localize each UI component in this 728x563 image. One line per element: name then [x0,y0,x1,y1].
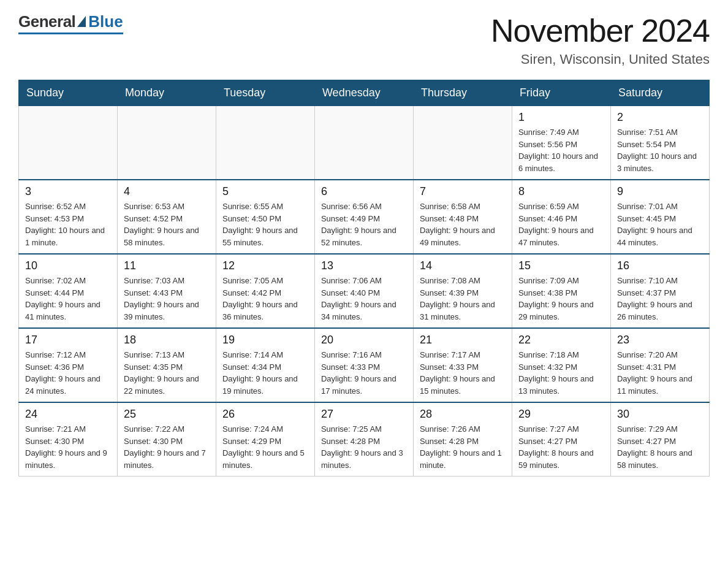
day-info: Sunrise: 7:27 AMSunset: 4:27 PMDaylight:… [518,423,604,471]
day-info: Sunrise: 7:21 AMSunset: 4:30 PMDaylight:… [25,423,111,471]
calendar-cell: 15Sunrise: 7:09 AMSunset: 4:38 PMDayligh… [512,254,610,328]
title-area: November 2024 Siren, Wisconsin, United S… [491,12,710,67]
logo-triangle-icon [77,16,86,27]
day-number: 7 [420,185,506,198]
day-info: Sunrise: 7:12 AMSunset: 4:36 PMDaylight:… [25,349,111,397]
day-number: 8 [518,185,604,198]
day-info: Sunrise: 6:59 AMSunset: 4:46 PMDaylight:… [518,201,604,248]
day-number: 20 [321,334,407,347]
day-number: 6 [321,185,407,198]
calendar-cell: 1Sunrise: 7:49 AMSunset: 5:56 PMDaylight… [512,106,610,180]
logo-blue-text: Blue [88,12,123,31]
calendar-cell: 22Sunrise: 7:18 AMSunset: 4:32 PMDayligh… [512,328,610,402]
day-number: 10 [25,259,111,272]
calendar-cell: 21Sunrise: 7:17 AMSunset: 4:33 PMDayligh… [413,328,512,402]
day-number: 9 [617,185,703,198]
day-number: 26 [222,408,308,421]
day-number: 22 [518,334,604,347]
calendar-cell: 6Sunrise: 6:56 AMSunset: 4:49 PMDaylight… [314,180,413,254]
day-number: 28 [420,408,506,421]
calendar-cell: 13Sunrise: 7:06 AMSunset: 4:40 PMDayligh… [314,254,413,328]
day-number: 13 [321,259,407,272]
day-info: Sunrise: 7:05 AMSunset: 4:42 PMDaylight:… [222,275,308,323]
calendar-cell: 17Sunrise: 7:12 AMSunset: 4:36 PMDayligh… [19,328,118,402]
day-number: 25 [124,408,210,421]
calendar-week-row: 24Sunrise: 7:21 AMSunset: 4:30 PMDayligh… [19,402,710,477]
calendar-cell: 9Sunrise: 7:01 AMSunset: 4:45 PMDaylight… [610,180,709,254]
month-year-title: November 2024 [491,12,710,49]
calendar-cell: 26Sunrise: 7:24 AMSunset: 4:29 PMDayligh… [216,402,314,477]
calendar-cell: 29Sunrise: 7:27 AMSunset: 4:27 PMDayligh… [512,402,610,477]
weekday-header-tuesday: Tuesday [216,80,314,106]
logo-general-text: General [18,12,75,31]
calendar-cell: 5Sunrise: 6:55 AMSunset: 4:50 PMDaylight… [216,180,314,254]
calendar-cell: 27Sunrise: 7:25 AMSunset: 4:28 PMDayligh… [314,402,413,477]
day-info: Sunrise: 7:13 AMSunset: 4:35 PMDaylight:… [124,349,210,397]
weekday-header-row: SundayMondayTuesdayWednesdayThursdayFrid… [19,80,710,106]
day-info: Sunrise: 7:08 AMSunset: 4:39 PMDaylight:… [420,275,506,323]
day-info: Sunrise: 7:18 AMSunset: 4:32 PMDaylight:… [518,349,604,397]
day-number: 18 [124,334,210,347]
calendar-cell: 11Sunrise: 7:03 AMSunset: 4:43 PMDayligh… [117,254,216,328]
calendar-cell: 16Sunrise: 7:10 AMSunset: 4:37 PMDayligh… [610,254,709,328]
day-info: Sunrise: 7:01 AMSunset: 4:45 PMDaylight:… [617,201,703,248]
day-info: Sunrise: 7:09 AMSunset: 4:38 PMDaylight:… [518,275,604,323]
day-number: 23 [617,334,703,347]
day-info: Sunrise: 7:02 AMSunset: 4:44 PMDaylight:… [25,275,111,323]
day-info: Sunrise: 7:22 AMSunset: 4:30 PMDaylight:… [124,423,210,471]
calendar-cell [314,106,413,180]
day-number: 16 [617,259,703,272]
day-info: Sunrise: 6:53 AMSunset: 4:52 PMDaylight:… [124,201,210,248]
day-number: 11 [124,259,210,272]
calendar-week-row: 10Sunrise: 7:02 AMSunset: 4:44 PMDayligh… [19,254,710,328]
calendar-cell: 8Sunrise: 6:59 AMSunset: 4:46 PMDaylight… [512,180,610,254]
calendar-cell: 30Sunrise: 7:29 AMSunset: 4:27 PMDayligh… [610,402,709,477]
day-info: Sunrise: 7:26 AMSunset: 4:28 PMDaylight:… [420,423,506,471]
day-number: 29 [518,408,604,421]
weekday-header-sunday: Sunday [19,80,118,106]
calendar-cell: 14Sunrise: 7:08 AMSunset: 4:39 PMDayligh… [413,254,512,328]
calendar-week-row: 17Sunrise: 7:12 AMSunset: 4:36 PMDayligh… [19,328,710,402]
day-info: Sunrise: 6:56 AMSunset: 4:49 PMDaylight:… [321,201,407,248]
day-number: 27 [321,408,407,421]
day-number: 14 [420,259,506,272]
day-number: 3 [25,185,111,198]
calendar-cell: 10Sunrise: 7:02 AMSunset: 4:44 PMDayligh… [19,254,118,328]
calendar-cell [216,106,314,180]
day-info: Sunrise: 7:49 AMSunset: 5:56 PMDaylight:… [518,126,604,174]
page-header: General Blue November 2024 Siren, Wiscon… [18,12,710,67]
calendar-cell [117,106,216,180]
day-info: Sunrise: 7:20 AMSunset: 4:31 PMDaylight:… [617,349,703,397]
location-title: Siren, Wisconsin, United States [491,52,710,67]
calendar-cell: 19Sunrise: 7:14 AMSunset: 4:34 PMDayligh… [216,328,314,402]
weekday-header-friday: Friday [512,80,610,106]
day-info: Sunrise: 7:17 AMSunset: 4:33 PMDaylight:… [420,349,506,397]
day-number: 2 [617,111,703,124]
calendar-cell [413,106,512,180]
weekday-header-thursday: Thursday [413,80,512,106]
calendar-table: SundayMondayTuesdayWednesdayThursdayFrid… [18,80,710,477]
weekday-header-saturday: Saturday [610,80,709,106]
calendar-week-row: 3Sunrise: 6:52 AMSunset: 4:53 PMDaylight… [19,180,710,254]
day-info: Sunrise: 7:16 AMSunset: 4:33 PMDaylight:… [321,349,407,397]
day-info: Sunrise: 7:10 AMSunset: 4:37 PMDaylight:… [617,275,703,323]
calendar-cell: 24Sunrise: 7:21 AMSunset: 4:30 PMDayligh… [19,402,118,477]
day-number: 4 [124,185,210,198]
calendar-cell: 2Sunrise: 7:51 AMSunset: 5:54 PMDaylight… [610,106,709,180]
day-number: 17 [25,334,111,347]
day-info: Sunrise: 7:06 AMSunset: 4:40 PMDaylight:… [321,275,407,323]
day-number: 30 [617,408,703,421]
calendar-cell: 4Sunrise: 6:53 AMSunset: 4:52 PMDaylight… [117,180,216,254]
day-number: 24 [25,408,111,421]
logo-underline [18,33,123,34]
weekday-header-wednesday: Wednesday [314,80,413,106]
calendar-cell: 7Sunrise: 6:58 AMSunset: 4:48 PMDaylight… [413,180,512,254]
day-info: Sunrise: 7:24 AMSunset: 4:29 PMDaylight:… [222,423,308,471]
weekday-header-monday: Monday [117,80,216,106]
day-number: 15 [518,259,604,272]
day-number: 12 [222,259,308,272]
day-info: Sunrise: 7:29 AMSunset: 4:27 PMDaylight:… [617,423,703,471]
day-number: 21 [420,334,506,347]
day-info: Sunrise: 7:51 AMSunset: 5:54 PMDaylight:… [617,126,703,174]
calendar-cell: 20Sunrise: 7:16 AMSunset: 4:33 PMDayligh… [314,328,413,402]
